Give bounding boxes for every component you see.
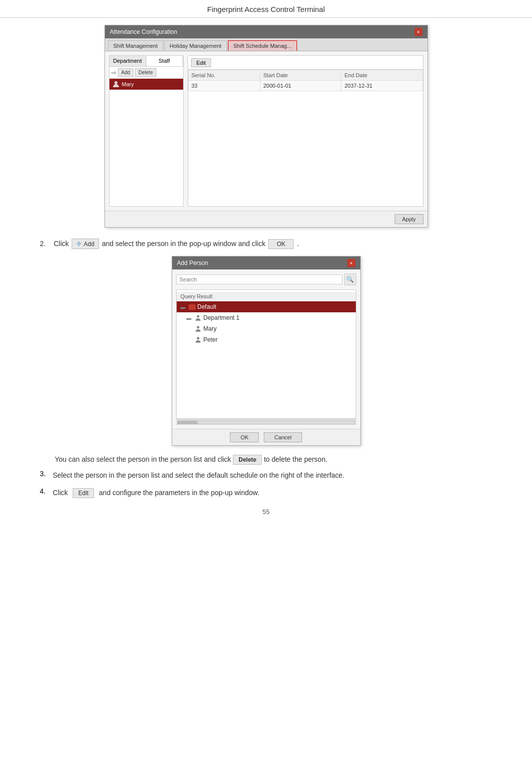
table-row[interactable]: 33 2000-01-01 2037-12-31 [188,81,423,91]
expand-dept1-icon: ▬ [187,315,193,321]
scrollbar-thumb [178,421,198,424]
scrollbar-track[interactable] [177,420,355,424]
expand-default-icon: ▬ [181,304,187,310]
tab-shift-schedule[interactable]: Shift Schedule Manag... [228,40,297,51]
query-result-box: Query Result ▬ Default ▬ Department 1 [176,289,356,419]
dialog-close-button[interactable]: × [415,28,423,36]
add-button-inline[interactable]: ✛ Add [72,239,99,249]
add-delete-row: ⇨ Add Delete [109,67,183,79]
step-3-number: 3. [40,470,50,478]
page-title: Fingerprint Access Control Terminal [0,0,532,18]
department-icon [195,314,202,321]
dialog-titlebar: Attendance Configuration × [105,25,427,38]
query-result-label: Query Result [177,292,356,301]
person-list-item-mary[interactable]: Mary [109,79,183,90]
add-person-dialog: Add Person × 🔍 Query Result ▬ Default ▬ [172,256,361,446]
person-icon-mary [195,325,202,332]
step-4-block: 4. Click Edit and configure the paramete… [40,487,492,498]
step2-text-before: Click [54,239,69,249]
col-serial: Serial No. [188,70,260,81]
delete-button-inline[interactable]: Delete [233,455,262,465]
add-person-footer: OK Cancel [172,429,360,445]
step4-text-after: and configure the parameters in the pop-… [99,489,259,497]
step2-text-middle: and select the person in the pop-up wind… [102,239,265,249]
step2-description: You can also select the person in the pe… [40,454,492,465]
add-person-ok-btn[interactable]: OK [230,432,259,442]
step-2-content: Click ✛ Add and select the person in the… [54,239,299,249]
add-person-titlebar: Add Person × [172,257,360,269]
col-start-date: Start Date [260,70,341,81]
person-icon-peter [195,336,202,343]
svg-point-1 [197,315,199,318]
tree-label-dept1: Department 1 [204,314,240,321]
tree-label-peter: Peter [204,336,218,343]
step-2-number: 2. [40,239,50,249]
dialog-right-pane: Edit Serial No. Start Date End Date 33 2 [188,55,424,207]
ok-button-inline[interactable]: OK [268,239,294,249]
add-person-body: 🔍 Query Result ▬ Default ▬ Depart [172,269,360,429]
step2-text-after: . [297,239,299,249]
dialog-footer: Apply [105,211,427,227]
step-3-text: Select the person in the person list and… [53,470,492,481]
step2-desc-before: You can also select the person in the pe… [55,455,231,463]
tree-item-dept1[interactable]: ▬ Department 1 [177,312,356,323]
plus-icon: ✛ [76,240,82,248]
svg-point-3 [197,337,199,340]
search-row: 🔍 [176,273,356,285]
cell-serial: 33 [188,81,260,91]
svg-point-0 [114,81,117,84]
cell-start-date: 2000-01-01 [260,81,341,91]
step2-desc-after: to delete the person. [264,455,327,463]
tab-shift-management[interactable]: Shift Management [108,40,163,51]
search-input[interactable] [176,274,342,284]
tree-item-default[interactable]: ▬ Default [177,301,356,312]
step-4-number: 4. [40,487,50,495]
svg-point-2 [197,326,199,329]
add-person-cancel-btn[interactable]: Cancel [264,432,302,442]
dialog-body: Department Staff ⇨ Add Delete Mary [105,51,427,211]
add-person-btn[interactable]: Add [118,68,134,77]
scrollbar-row [176,419,356,425]
delete-person-btn[interactable]: Delete [135,68,156,77]
step-4-text: Click Edit and configure the parameters … [53,487,492,498]
tree-label-mary: Mary [204,325,217,332]
right-toolbar: Edit [188,56,423,70]
dept-staff-tabs: Department Staff [109,56,183,67]
tab-holiday-management[interactable]: Holiday Management [164,40,227,51]
schedule-table: Serial No. Start Date End Date 33 2000-0… [188,70,423,91]
person-name-mary: Mary [122,81,134,87]
person-icon [112,81,119,88]
edit-button-inline[interactable]: Edit [73,488,94,498]
step-3-block: 3. Select the person in the person list … [40,470,492,481]
add-label: Add [84,241,94,248]
page-number: 55 [0,508,532,525]
attendance-config-dialog: Attendance Configuration × Shift Managem… [105,25,428,228]
step-2-row: 2. Click ✛ Add and select the person in … [40,239,492,249]
dialog-left-pane: Department Staff ⇨ Add Delete Mary [109,55,184,207]
folder-red-icon [189,304,196,310]
add-person-title: Add Person [177,260,209,266]
search-button[interactable]: 🔍 [344,273,356,285]
tree-label-default: Default [198,303,216,310]
tree-item-mary[interactable]: Mary [177,323,356,334]
cell-end-date: 2037-12-31 [341,81,423,91]
dialog-title: Attendance Configuration [110,28,177,35]
edit-schedule-btn[interactable]: Edit [191,58,212,67]
col-end-date: End Date [341,70,423,81]
step4-text-before: Click [53,489,68,497]
add-person-close-button[interactable]: × [347,259,355,267]
tree-item-peter[interactable]: Peter [177,334,356,345]
staff-tab[interactable]: Staff [146,56,183,66]
apply-button[interactable]: Apply [395,214,424,224]
arrow-icon: ⇨ [111,69,116,76]
department-tab[interactable]: Department [109,56,146,66]
dialog-tabs: Shift Management Holiday Management Shif… [105,38,427,51]
